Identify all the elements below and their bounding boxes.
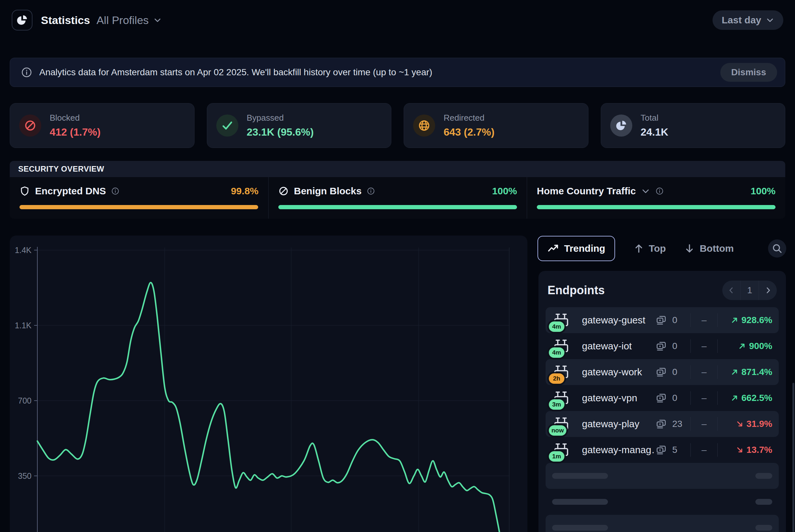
endpoint-name: gateway-work	[582, 366, 655, 378]
pagination: 1	[722, 281, 777, 300]
next-page-button[interactable]	[759, 281, 777, 300]
arrow-up-icon	[633, 243, 644, 254]
arrow-up-right-icon	[730, 394, 739, 402]
banner-message: Analytics data for Amsterdam starts on A…	[39, 67, 432, 78]
svg-text:1.1K: 1.1K	[15, 321, 32, 330]
endpoints-title: Endpoints	[547, 284, 605, 297]
info-icon[interactable]	[111, 187, 120, 195]
stat-card: Blocked 412 (1.7%)	[10, 103, 195, 148]
endpoint-row[interactable]: 1m gateway-manag… 5 – 13.7%	[546, 437, 779, 463]
top-tab-label: Top	[649, 243, 666, 254]
profile-selector[interactable]: All Profiles	[96, 14, 162, 26]
device-count: 5	[672, 445, 677, 455]
search-button[interactable]	[768, 240, 786, 258]
endpoint-row[interactable]: 4m gateway-iot 0 – 900%	[546, 333, 779, 359]
security-metric-label: Encrypted DNS	[35, 186, 106, 196]
trend-percent: 871.4%	[718, 367, 772, 377]
skeleton-bar	[552, 473, 608, 479]
info-icon	[21, 67, 32, 78]
date-range-selector[interactable]: Last day	[712, 11, 783, 30]
last-seen-badge: 4m	[549, 347, 564, 358]
endpoint-row[interactable]: 2h gateway-work 0 – 871.4%	[546, 359, 779, 385]
security-metric-label: Home Country Traffic	[537, 186, 636, 196]
device-count: 0	[672, 341, 677, 351]
chevron-left-icon	[727, 286, 736, 294]
endpoint-row[interactable]: 4m gateway-guest 0 – 928.6%	[546, 307, 779, 333]
prev-page-button[interactable]	[722, 281, 740, 300]
page-scrollbar[interactable]	[792, 383, 794, 532]
device-count: 23	[672, 419, 682, 429]
security-overview-body: Encrypted DNS 99.8% Benign Blocks 100%	[10, 177, 785, 218]
arrow-down-icon	[684, 243, 695, 254]
trend-percent: 662.5%	[718, 393, 772, 403]
chevron-down-icon[interactable]	[641, 187, 650, 196]
trending-up-icon	[547, 243, 559, 254]
security-overview-title: SECURITY OVERVIEW	[18, 165, 104, 174]
empty-metric: –	[691, 419, 717, 429]
pie-chart-logo-icon	[16, 14, 28, 26]
endpoint-name: gateway-iot	[582, 341, 655, 352]
devices-icon	[655, 443, 668, 457]
stat-card: Bypassed 23.1K (95.6%)	[207, 103, 392, 148]
endpoint-name: gateway-manag…	[582, 444, 655, 455]
arrow-up-right-icon	[738, 342, 746, 350]
trend-percent: 31.9%	[718, 419, 772, 429]
skeleton-bar	[755, 473, 772, 479]
trend-percent-value: 928.6%	[741, 315, 772, 325]
empty-metric: –	[691, 393, 717, 403]
trend-percent: 13.7%	[718, 445, 772, 455]
info-icon[interactable]	[655, 187, 664, 195]
info-icon[interactable]	[367, 187, 375, 195]
traffic-line-chart[interactable]: 1.4K1.1K700350	[10, 235, 527, 532]
top-tab[interactable]: Top	[633, 243, 666, 254]
page-title: Statistics	[41, 14, 90, 26]
svg-text:700: 700	[18, 396, 32, 405]
endpoints-list: 4m gateway-guest 0 – 928.6%	[546, 307, 779, 532]
endpoint-name: gateway-guest	[582, 315, 655, 326]
arrow-down-right-icon	[736, 420, 744, 428]
endpoint-row[interactable]: now gateway-play 23 – 31.9%	[546, 411, 779, 437]
last-seen-badge: now	[549, 425, 566, 436]
devices-icon	[655, 314, 668, 327]
device-count: 0	[672, 393, 677, 403]
trend-percent: 928.6%	[718, 315, 772, 325]
security-metric: Encrypted DNS 99.8%	[10, 177, 268, 218]
trending-tab[interactable]: Trending	[538, 236, 615, 261]
empty-metric: –	[691, 367, 717, 377]
chevron-down-icon	[766, 16, 774, 24]
loading-skeleton-row	[546, 515, 779, 532]
empty-metric: –	[691, 315, 717, 325]
traffic-chart-panel: 1.4K1.1K700350	[10, 235, 527, 532]
svg-text:350: 350	[18, 471, 32, 480]
check-icon	[216, 115, 238, 137]
stat-cards: Blocked 412 (1.7%) Bypassed 23.1K (95.6%…	[10, 103, 785, 148]
endpoint-row[interactable]: 3m gateway-vpn 0 – 662.5%	[546, 385, 779, 411]
info-banner: Analytics data for Amsterdam starts on A…	[10, 58, 785, 87]
security-metric: Benign Blocks 100%	[268, 177, 527, 218]
dismiss-button[interactable]: Dismiss	[720, 63, 777, 82]
progress-bar	[19, 205, 258, 209]
last-seen-badge: 2h	[549, 373, 564, 384]
stat-card: Redirected 643 (2.7%)	[404, 103, 589, 148]
security-metric-value: 100%	[492, 186, 517, 196]
svg-text:1.4K: 1.4K	[15, 246, 32, 255]
ban-icon	[19, 115, 41, 137]
skeleton-bar	[552, 525, 608, 531]
bottom-tab[interactable]: Bottom	[684, 243, 734, 254]
progress-bar	[537, 205, 776, 209]
security-overview-section: SECURITY OVERVIEW Encrypted DNS 99.8% Be…	[10, 161, 785, 218]
security-metric-value: 100%	[751, 186, 776, 196]
arrow-up-right-icon	[730, 316, 739, 324]
empty-metric: –	[691, 445, 717, 455]
progress-bar-track	[19, 205, 258, 209]
app-logo[interactable]	[12, 10, 33, 31]
device-count: 0	[672, 315, 677, 325]
stat-card: Total 24.1K	[601, 103, 785, 148]
security-metric-label: Benign Blocks	[294, 186, 361, 196]
trend-percent: 900%	[718, 341, 772, 351]
shield-icon	[19, 186, 30, 196]
arrow-down-right-icon	[736, 446, 744, 454]
trend-percent-value: 13.7%	[747, 445, 772, 455]
empty-metric: –	[691, 341, 717, 351]
date-range-label: Last day	[722, 15, 761, 26]
